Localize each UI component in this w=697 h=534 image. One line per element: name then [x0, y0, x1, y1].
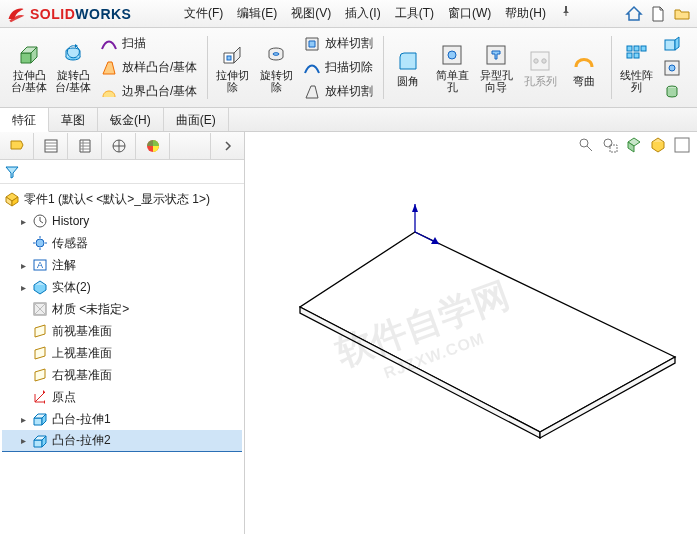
label: 简单直孔 — [433, 69, 471, 93]
label: 放样切割 — [325, 35, 373, 52]
plane-icon — [32, 367, 48, 383]
fillet-icon — [396, 49, 420, 73]
menu-window[interactable]: 窗口(W) — [442, 1, 497, 26]
tab-sheet-metal[interactable]: 钣金(H) — [98, 108, 164, 131]
label: 孔系列 — [524, 75, 557, 87]
tree-origin[interactable]: 原点 — [2, 386, 242, 408]
part-icon — [4, 191, 20, 207]
cmd-revolve-cut[interactable]: 旋转切除 — [255, 41, 297, 95]
cmd-loft-boss[interactable]: 放样凸台/基体 — [96, 57, 201, 79]
label: 旋转切除 — [257, 69, 295, 93]
tree-label: 材质 <未指定> — [52, 301, 129, 318]
tree-label: History — [52, 214, 89, 228]
fm-tab-dim[interactable] — [102, 133, 136, 159]
cmd-extra-3[interactable] — [659, 81, 685, 103]
tree-feat2[interactable]: ▸ 凸台-拉伸2 — [2, 430, 242, 452]
menu-help[interactable]: 帮助(H) — [499, 1, 552, 26]
cmd-simple-hole[interactable]: 简单直孔 — [431, 41, 473, 95]
cmd-extra-2[interactable] — [659, 57, 685, 79]
extrude-feature-icon — [32, 433, 48, 449]
menu-view[interactable]: 视图(V) — [285, 1, 337, 26]
menu-insert[interactable]: 插入(I) — [339, 1, 386, 26]
tree-label: 原点 — [52, 389, 76, 406]
tree-material[interactable]: 材质 <未指定> — [2, 298, 242, 320]
cmd-loft-cut-2[interactable]: 放样切割 — [299, 81, 377, 103]
tree-bodies[interactable]: ▸ 实体(2) — [2, 276, 242, 298]
tree-history[interactable]: ▸ History — [2, 210, 242, 232]
cmd-wrap[interactable]: 弯曲 — [563, 47, 605, 89]
svg-rect-11 — [641, 46, 646, 51]
new-document-icon[interactable] — [649, 5, 667, 23]
menu-tools[interactable]: 工具(T) — [389, 1, 440, 26]
loft-icon — [100, 59, 118, 77]
svg-point-16 — [669, 65, 675, 71]
tab-sketch[interactable]: 草图 — [49, 108, 98, 131]
cylinder-icon — [663, 83, 681, 101]
expander-icon[interactable]: ▸ — [18, 216, 28, 226]
label: 放样凸台/基体 — [122, 59, 197, 76]
expander-icon[interactable]: ▸ — [18, 282, 28, 292]
ribbon-stack-extra — [659, 33, 685, 103]
tree-front-plane[interactable]: 前视基准面 — [2, 320, 242, 342]
cmd-boundary-boss[interactable]: 边界凸台/基体 — [96, 81, 201, 103]
fm-tab-property[interactable] — [34, 133, 68, 159]
app-logo: SOLIDWORKS — [0, 0, 170, 28]
cmd-revolve-boss[interactable]: 旋转凸台/基体 — [52, 41, 94, 95]
tree-feat1[interactable]: ▸ 凸台-拉伸1 — [2, 408, 242, 430]
expander-icon[interactable]: ▸ — [18, 260, 28, 270]
linear-pattern-icon — [624, 43, 648, 67]
fm-tab-config[interactable] — [68, 133, 102, 159]
fm-overflow[interactable] — [210, 133, 244, 159]
box-icon — [663, 35, 681, 53]
ribbon-group-boss: 拉伸凸台/基体 旋转凸台/基体 扫描 放样凸台/基体 边界凸台/基体 — [4, 30, 205, 105]
label: 圆角 — [397, 75, 419, 87]
extrude-boss-icon — [17, 43, 41, 67]
cmd-hole-wizard[interactable]: 异型孔向导 — [475, 41, 517, 95]
cmd-extra-1[interactable] — [659, 33, 685, 55]
tree-top-plane[interactable]: 上视基准面 — [2, 342, 242, 364]
tree-sensors[interactable]: 传感器 — [2, 232, 242, 254]
appearance-icon — [144, 137, 162, 155]
feature-tab-bar: 特征 草图 钣金(H) 曲面(E) — [0, 108, 697, 132]
cmd-extrude-boss[interactable]: 拉伸凸台/基体 — [8, 41, 50, 95]
tab-features[interactable]: 特征 — [0, 108, 49, 132]
boundary-icon — [100, 83, 118, 101]
label: 扫描切除 — [325, 59, 373, 76]
cmd-loft-cut[interactable]: 放样切割 — [299, 33, 377, 55]
viewport[interactable]: 软件自学网 RJZXW.COM — [245, 132, 697, 534]
fm-tab-appearance[interactable] — [136, 133, 170, 159]
home-icon[interactable] — [625, 5, 643, 23]
feature-manager-panel: 零件1 (默认< <默认>_显示状态 1>) ▸ History 传感器 ▸ A… — [0, 132, 245, 534]
cmd-linear-pattern[interactable]: 线性阵列 — [615, 41, 657, 95]
expander-icon[interactable]: ▸ — [18, 436, 28, 446]
fm-tab-feature-tree[interactable] — [0, 133, 34, 159]
tree-annotations[interactable]: ▸ A 注解 — [2, 254, 242, 276]
menu-edit[interactable]: 编辑(E) — [231, 1, 283, 26]
material-icon — [32, 301, 48, 317]
svg-marker-34 — [412, 204, 418, 212]
open-document-icon[interactable] — [673, 5, 691, 23]
menu-file[interactable]: 文件(F) — [178, 1, 229, 26]
tree-root[interactable]: 零件1 (默认< <默认>_显示状态 1>) — [2, 188, 242, 210]
svg-rect-9 — [627, 46, 632, 51]
sweep-icon — [100, 35, 118, 53]
filter-icon[interactable] — [4, 164, 20, 180]
tree-right-plane[interactable]: 右视基准面 — [2, 364, 242, 386]
svg-point-22 — [36, 239, 44, 247]
model-canvas — [245, 132, 697, 534]
cmd-sweep-cut[interactable]: 扫描切除 — [299, 57, 377, 79]
cmd-fillet[interactable]: 圆角 — [387, 47, 429, 89]
revolve-boss-icon — [61, 43, 85, 67]
label: 扫描 — [122, 35, 146, 52]
tree-filter-row — [0, 160, 244, 184]
menu-pin-icon[interactable] — [554, 1, 578, 26]
feature-tree[interactable]: 零件1 (默认< <默认>_显示状态 1>) ▸ History 传感器 ▸ A… — [0, 184, 244, 534]
label: 异型孔向导 — [477, 69, 515, 93]
expander-icon[interactable]: ▸ — [18, 414, 28, 424]
label: 拉伸切除 — [213, 69, 251, 93]
cmd-sweep[interactable]: 扫描 — [96, 33, 201, 55]
tab-surfaces[interactable]: 曲面(E) — [164, 108, 229, 131]
wrap-icon — [572, 49, 596, 73]
tree-label: 注解 — [52, 257, 76, 274]
cmd-extrude-cut[interactable]: 拉伸切除 — [211, 41, 253, 95]
